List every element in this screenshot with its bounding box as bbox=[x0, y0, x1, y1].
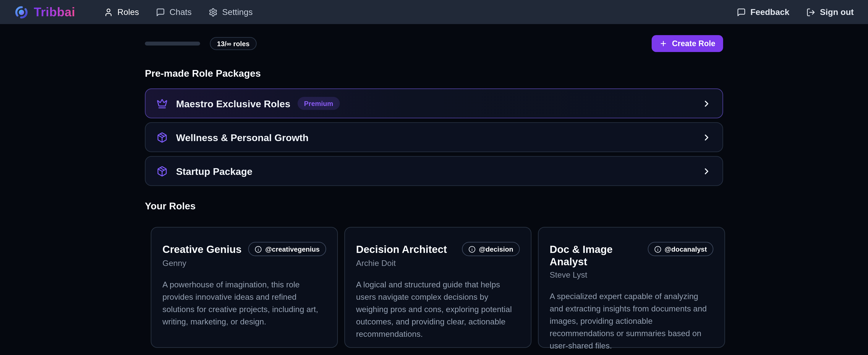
package-icon bbox=[157, 166, 167, 177]
main-content: 13/∞ roles Create Role Pre-made Role Pac… bbox=[145, 35, 723, 355]
user-icon bbox=[104, 7, 113, 17]
sign-out-label: Sign out bbox=[820, 7, 854, 17]
card-header: Doc & Image Analyst @docanalyst bbox=[550, 243, 713, 268]
package-title: Maestro Exclusive Roles bbox=[176, 98, 290, 109]
info-icon bbox=[654, 245, 661, 253]
package-row-maestro[interactable]: Maestro Exclusive Roles Premium bbox=[145, 88, 723, 118]
role-card-creative-genius[interactable]: Creative Genius @creativegenius Genny A … bbox=[151, 227, 338, 348]
create-role-button[interactable]: Create Role bbox=[652, 35, 723, 52]
chevron-right-icon bbox=[702, 98, 711, 108]
role-description: A logical and structured guide that help… bbox=[356, 279, 520, 341]
nav-item-chats[interactable]: Chats bbox=[156, 7, 192, 17]
role-title: Doc & Image Analyst bbox=[550, 243, 643, 268]
role-title: Decision Architect bbox=[356, 243, 447, 256]
chevron-right-icon bbox=[702, 132, 711, 142]
role-subtitle: Genny bbox=[162, 259, 326, 268]
nav-item-label: Settings bbox=[222, 7, 253, 17]
package-row-wellness[interactable]: Wellness & Personal Growth bbox=[145, 122, 723, 152]
role-card-decision-architect[interactable]: Decision Architect @decision Archie Doit… bbox=[344, 227, 531, 348]
nav-item-label: Chats bbox=[169, 7, 192, 17]
role-handle: @decision bbox=[479, 245, 513, 253]
package-list: Maestro Exclusive Roles Premium Wellness… bbox=[145, 88, 723, 186]
nav-item-settings[interactable]: Settings bbox=[209, 7, 253, 17]
package-title: Wellness & Personal Growth bbox=[176, 132, 309, 143]
package-row-startup[interactable]: Startup Package bbox=[145, 156, 723, 186]
role-handle-badge[interactable]: @decision bbox=[462, 242, 520, 256]
package-title: Startup Package bbox=[176, 166, 252, 177]
role-description: A specialized expert capable of analyzin… bbox=[550, 291, 713, 353]
feedback-label: Feedback bbox=[750, 7, 789, 17]
card-header: Creative Genius @creativegenius bbox=[162, 243, 326, 256]
roles-progress-bar bbox=[145, 41, 200, 46]
role-card-doc-image-analyst[interactable]: Doc & Image Analyst @docanalyst Steve Ly… bbox=[538, 227, 725, 348]
role-subtitle: Archie Doit bbox=[356, 259, 520, 268]
nav-right: Feedback Sign out bbox=[737, 7, 854, 17]
primary-nav: Roles Chats Settings bbox=[104, 7, 253, 17]
app-root: Tribbai Roles Chats Settings bbox=[0, 0, 868, 355]
role-handle: @docanalyst bbox=[664, 245, 707, 253]
card-header: Decision Architect @decision bbox=[356, 243, 520, 256]
tribbai-logo-icon bbox=[14, 5, 29, 19]
roles-grid: Creative Genius @creativegenius Genny A … bbox=[145, 227, 723, 355]
packages-section-title: Pre-made Role Packages bbox=[145, 68, 723, 79]
chat-icon bbox=[737, 7, 746, 17]
roles-toolbar: 13/∞ roles Create Role bbox=[145, 35, 723, 52]
nav-item-roles[interactable]: Roles bbox=[104, 7, 139, 17]
info-icon bbox=[468, 245, 475, 253]
feedback-button[interactable]: Feedback bbox=[737, 7, 789, 17]
crown-icon bbox=[157, 98, 167, 109]
info-icon bbox=[255, 245, 262, 253]
brand-logo[interactable]: Tribbai bbox=[14, 5, 75, 19]
nav-item-label: Roles bbox=[117, 7, 139, 17]
your-roles-section-title: Your Roles bbox=[145, 200, 723, 211]
brand-name: Tribbai bbox=[34, 5, 75, 19]
plus-icon bbox=[660, 40, 668, 48]
sign-out-button[interactable]: Sign out bbox=[806, 7, 854, 17]
role-subtitle: Steve Lyst bbox=[550, 271, 713, 280]
gear-icon bbox=[209, 7, 218, 17]
role-handle-badge[interactable]: @docanalyst bbox=[648, 242, 713, 256]
role-handle-badge[interactable]: @creativegenius bbox=[248, 242, 326, 256]
role-description: A powerhouse of imagination, this role p… bbox=[162, 279, 326, 328]
role-handle: @creativegenius bbox=[265, 245, 320, 253]
role-title: Creative Genius bbox=[162, 243, 242, 256]
chat-icon bbox=[156, 7, 165, 17]
chevron-right-icon bbox=[702, 166, 711, 176]
package-icon bbox=[157, 132, 167, 143]
sign-out-icon bbox=[806, 7, 815, 17]
top-navbar: Tribbai Roles Chats Settings bbox=[0, 0, 868, 24]
create-role-label: Create Role bbox=[672, 39, 715, 48]
roles-count-badge: 13/∞ roles bbox=[210, 37, 257, 50]
premium-badge: Premium bbox=[298, 97, 340, 110]
